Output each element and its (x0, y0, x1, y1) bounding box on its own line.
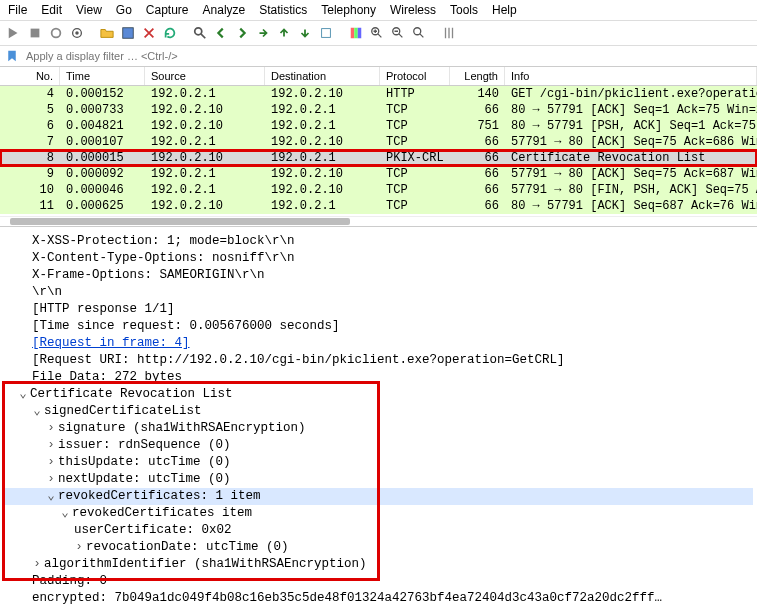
detail-thisupdate[interactable]: ›thisUpdate: utcTime (0) (4, 454, 753, 471)
column-header-length[interactable]: Length (450, 67, 505, 85)
detail-line[interactable]: \r\n (4, 284, 753, 301)
detail-line[interactable]: [Time since request: 0.005676000 seconds… (4, 318, 753, 335)
collapse-toggle-icon[interactable]: › (46, 454, 56, 471)
reload-icon[interactable] (161, 24, 179, 42)
detail-issuer[interactable]: ›issuer: rdnSequence (0) (4, 437, 753, 454)
restart-capture-icon[interactable] (47, 24, 65, 42)
go-last-icon[interactable] (296, 24, 314, 42)
resize-columns-icon[interactable] (440, 24, 458, 42)
detail-nextupdate[interactable]: ›nextUpdate: utcTime (0) (4, 471, 753, 488)
cell-info: 80 → 57791 [PSH, ACK] Seq=1 Ack=75 W (505, 118, 757, 134)
start-capture-icon[interactable] (5, 24, 23, 42)
horizontal-scrollbar[interactable] (0, 216, 757, 226)
detail-revocation-date[interactable]: ›revocationDate: utcTime (0) (4, 539, 753, 556)
menu-statistics[interactable]: Statistics (259, 3, 307, 17)
expand-toggle-icon[interactable]: ⌄ (46, 488, 56, 505)
go-to-packet-icon[interactable] (254, 24, 272, 42)
menu-telephony[interactable]: Telephony (321, 3, 376, 17)
detail-signature[interactable]: ›signature (sha1WithRSAEncryption) (4, 420, 753, 437)
toolbar (0, 21, 757, 46)
request-frame-link[interactable]: [Request in frame: 4] (32, 336, 190, 350)
go-back-icon[interactable] (212, 24, 230, 42)
menu-analyze[interactable]: Analyze (203, 3, 246, 17)
stop-capture-icon[interactable] (26, 24, 44, 42)
packet-row[interactable]: 50.000733192.0.2.10192.0.2.1TCP6680 → 57… (0, 102, 757, 118)
menu-capture[interactable]: Capture (146, 3, 189, 17)
cell-no: 9 (0, 166, 60, 182)
column-header-no[interactable]: No. (0, 67, 60, 85)
menu-view[interactable]: View (76, 3, 102, 17)
column-header-info[interactable]: Info (505, 67, 757, 85)
cell-source: 192.0.2.1 (145, 134, 265, 150)
detail-line[interactable]: X-Content-Type-Options: nosniff\r\n (4, 250, 753, 267)
menu-help[interactable]: Help (492, 3, 517, 17)
go-forward-icon[interactable] (233, 24, 251, 42)
packet-details-pane[interactable]: X-XSS-Protection: 1; mode=block\r\n X-Co… (0, 226, 757, 611)
close-file-icon[interactable] (140, 24, 158, 42)
packet-row[interactable]: 100.000046192.0.2.1192.0.2.10TCP6657791 … (0, 182, 757, 198)
cell-no: 11 (0, 198, 60, 214)
menu-wireless[interactable]: Wireless (390, 3, 436, 17)
detail-revoked-cert-item[interactable]: ⌄revokedCertificates item (4, 505, 753, 522)
column-header-protocol[interactable]: Protocol (380, 67, 450, 85)
expand-toggle-icon[interactable]: ⌄ (32, 403, 42, 420)
cell-info: Certificate Revocation List (505, 150, 757, 166)
separator (182, 24, 188, 42)
scrollbar-thumb[interactable] (10, 218, 350, 225)
menu-go[interactable]: Go (116, 3, 132, 17)
detail-user-cert[interactable]: userCertificate: 0x02 (4, 522, 753, 539)
colorize-icon[interactable] (347, 24, 365, 42)
collapse-toggle-icon[interactable]: › (74, 539, 84, 556)
detail-algorithm-id[interactable]: ›algorithmIdentifier (sha1WithRSAEncrypt… (4, 556, 753, 573)
detail-line[interactable]: [Request URI: http://192.0.2.10/cgi-bin/… (4, 352, 753, 369)
save-file-icon[interactable] (119, 24, 137, 42)
column-header-destination[interactable]: Destination (265, 67, 380, 85)
collapse-toggle-icon[interactable]: › (46, 420, 56, 437)
detail-revoked-certs[interactable]: ⌄revokedCertificates: 1 item (4, 488, 753, 505)
detail-line[interactable]: File Data: 272 bytes (4, 369, 753, 386)
find-icon[interactable] (191, 24, 209, 42)
open-file-icon[interactable] (98, 24, 116, 42)
collapse-toggle-icon[interactable]: › (46, 471, 56, 488)
capture-options-icon[interactable] (68, 24, 86, 42)
menu-edit[interactable]: Edit (41, 3, 62, 17)
packet-row[interactable]: 110.000625192.0.2.10192.0.2.1TCP6680 → 5… (0, 198, 757, 214)
detail-request-frame[interactable]: [Request in frame: 4] (4, 335, 753, 352)
detail-encrypted[interactable]: encrypted: 7b049a1dc049f4b08c16eb35c5de4… (4, 590, 753, 607)
expand-toggle-icon[interactable]: ⌄ (60, 505, 70, 522)
cell-destination: 192.0.2.1 (265, 198, 380, 214)
packet-row[interactable]: 70.000107192.0.2.1192.0.2.10TCP6657791 →… (0, 134, 757, 150)
go-first-icon[interactable] (275, 24, 293, 42)
column-header-time[interactable]: Time (60, 67, 145, 85)
collapse-toggle-icon[interactable]: › (46, 437, 56, 454)
packet-list-body[interactable]: 40.000152192.0.2.1192.0.2.10HTTP140GET /… (0, 86, 757, 214)
packet-row[interactable]: 60.004821192.0.2.10192.0.2.1TCP75180 → 5… (0, 118, 757, 134)
detail-line[interactable]: X-XSS-Protection: 1; mode=block\r\n (4, 233, 753, 250)
menu-file[interactable]: File (8, 3, 27, 17)
auto-scroll-icon[interactable] (317, 24, 335, 42)
detail-line[interactable]: X-Frame-Options: SAMEORIGIN\r\n (4, 267, 753, 284)
detail-line[interactable]: [HTTP response 1/1] (4, 301, 753, 318)
svg-point-12 (414, 28, 421, 35)
zoom-reset-icon[interactable] (410, 24, 428, 42)
filter-bookmark-icon[interactable] (4, 48, 20, 64)
zoom-out-icon[interactable] (389, 24, 407, 42)
cell-length: 66 (450, 134, 505, 150)
column-header-source[interactable]: Source (145, 67, 265, 85)
packet-row[interactable]: 90.000092192.0.2.1192.0.2.10TCP6657791 →… (0, 166, 757, 182)
cell-source: 192.0.2.10 (145, 102, 265, 118)
menu-tools[interactable]: Tools (450, 3, 478, 17)
cell-info: 57791 → 80 [ACK] Seq=75 Ack=687 Win (505, 166, 757, 182)
display-filter-input[interactable] (24, 48, 753, 64)
detail-crl-root[interactable]: ⌄Certificate Revocation List (4, 386, 753, 403)
expand-toggle-icon[interactable]: ⌄ (18, 386, 28, 403)
cell-destination: 192.0.2.10 (265, 86, 380, 102)
packet-row[interactable]: 80.000015192.0.2.10192.0.2.1PKIX-CRL66Ce… (0, 150, 757, 166)
zoom-in-icon[interactable] (368, 24, 386, 42)
collapse-toggle-icon[interactable]: › (32, 556, 42, 573)
detail-signed-cert-list[interactable]: ⌄signedCertificateList (4, 403, 753, 420)
cell-time: 0.000107 (60, 134, 145, 150)
packet-row[interactable]: 40.000152192.0.2.1192.0.2.10HTTP140GET /… (0, 86, 757, 102)
detail-padding[interactable]: Padding: 0 (4, 573, 753, 590)
cell-time: 0.000015 (60, 150, 145, 166)
